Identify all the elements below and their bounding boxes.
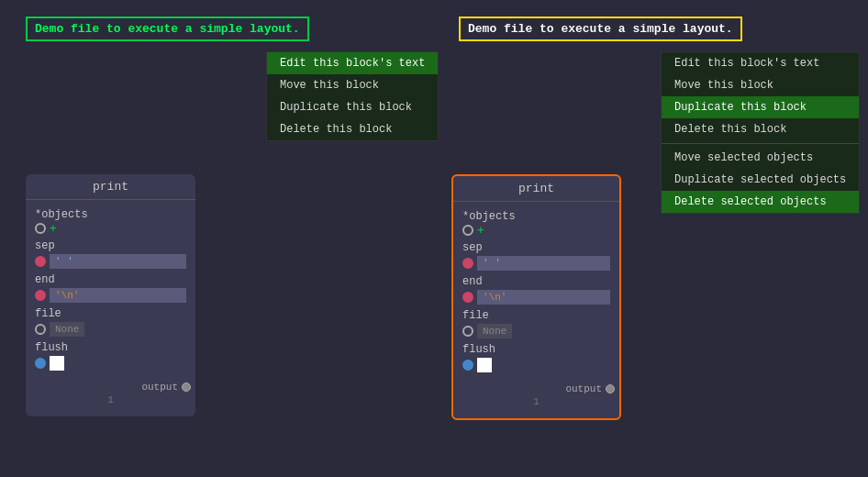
output-connector-left — [182, 383, 191, 392]
sep-row-left: ' ' — [35, 254, 186, 269]
sep-connector-left — [35, 256, 46, 267]
flush-value-left[interactable] — [50, 356, 64, 371]
print-block-right-body: *objects + sep ' ' end '\n' file None fl… — [453, 202, 619, 378]
end-label-right: end — [462, 275, 610, 288]
menu-item-delete-right[interactable]: Delete this block — [662, 118, 859, 140]
flush-label-left: flush — [35, 341, 186, 354]
file-label-right: file — [462, 309, 610, 322]
menu-item-move-right[interactable]: Move this block — [662, 74, 859, 96]
objects-label-right: *objects — [462, 210, 610, 223]
canvas: Demo file to execute a simple layout. Ed… — [0, 0, 868, 477]
demo-block-right-text: Demo file to execute a simple layout. — [468, 22, 733, 36]
file-connector-right — [462, 326, 473, 337]
sep-connector-right — [462, 258, 473, 269]
flush-connector-right — [462, 360, 473, 371]
file-row-left: None — [35, 322, 186, 337]
end-label-left: end — [35, 273, 186, 286]
file-value-left[interactable]: None — [50, 322, 84, 337]
menu-item-edit-right[interactable]: Edit this block's text — [662, 52, 859, 74]
flush-value-right[interactable] — [477, 358, 492, 372]
output-label-right: output — [565, 383, 602, 394]
demo-block-left[interactable]: Demo file to execute a simple layout. — [26, 17, 309, 41]
context-menu-left: Edit this block's text Move this block D… — [266, 51, 439, 141]
flush-label-right: flush — [462, 343, 610, 356]
file-label-left: file — [35, 307, 186, 320]
sep-label-left: sep — [35, 239, 186, 252]
flush-connector-left — [35, 358, 46, 369]
print-block-left-title: print — [26, 174, 195, 200]
output-label-left: output — [141, 382, 178, 393]
block-number-left: 1 — [26, 393, 195, 407]
file-connector-left — [35, 324, 46, 335]
menu-item-move-left[interactable]: Move this block — [267, 74, 438, 96]
block-number-right: 1 — [453, 394, 619, 409]
print-block-left: print *objects + sep ' ' end '\n' file N… — [26, 174, 195, 416]
objects-row-left: + — [35, 221, 186, 235]
sep-value-right[interactable]: ' ' — [477, 256, 610, 271]
plus-icon-right: + — [477, 223, 484, 237]
menu-item-delete-left[interactable]: Delete this block — [267, 118, 438, 140]
flush-row-left — [35, 356, 186, 371]
output-row-left: output — [26, 382, 195, 393]
context-menu-divider-right — [662, 143, 859, 144]
plus-icon-left: + — [50, 221, 57, 235]
output-connector-right — [606, 384, 615, 394]
end-connector-right — [462, 292, 473, 303]
end-row-right: '\n' — [462, 290, 610, 305]
objects-connector-right — [462, 225, 473, 236]
demo-block-left-text: Demo file to execute a simple layout. — [35, 22, 300, 36]
end-value-left[interactable]: '\n' — [50, 288, 186, 303]
menu-item-delete-selected-right[interactable]: Delete selected objects — [662, 191, 859, 213]
end-row-left: '\n' — [35, 288, 186, 303]
output-row-right: output — [453, 383, 619, 394]
print-block-left-body: *objects + sep ' ' end '\n' file None fl… — [26, 200, 195, 376]
sep-row-right: ' ' — [462, 256, 610, 271]
end-value-right[interactable]: '\n' — [477, 290, 610, 305]
objects-row-right: + — [462, 223, 610, 237]
menu-item-duplicate-selected-right[interactable]: Duplicate selected objects — [662, 169, 859, 191]
print-block-right-title: print — [453, 176, 619, 202]
sep-label-right: sep — [462, 241, 610, 254]
menu-item-duplicate-right[interactable]: Duplicate this block — [662, 96, 859, 118]
objects-connector-left — [35, 223, 46, 234]
file-value-right[interactable]: None — [477, 324, 512, 338]
file-row-right: None — [462, 324, 610, 338]
flush-row-right — [462, 358, 610, 372]
menu-item-edit-left[interactable]: Edit this block's text — [267, 52, 438, 74]
sep-value-left[interactable]: ' ' — [50, 254, 186, 269]
menu-item-duplicate-left[interactable]: Duplicate this block — [267, 96, 438, 118]
demo-block-right[interactable]: Demo file to execute a simple layout. — [459, 17, 742, 41]
end-connector-left — [35, 290, 46, 301]
context-menu-right: Edit this block's text Move this block D… — [661, 51, 860, 214]
print-block-right: print *objects + sep ' ' end '\n' file N… — [451, 174, 621, 420]
menu-item-move-selected-right[interactable]: Move selected objects — [662, 147, 859, 169]
objects-label-left: *objects — [35, 208, 186, 221]
